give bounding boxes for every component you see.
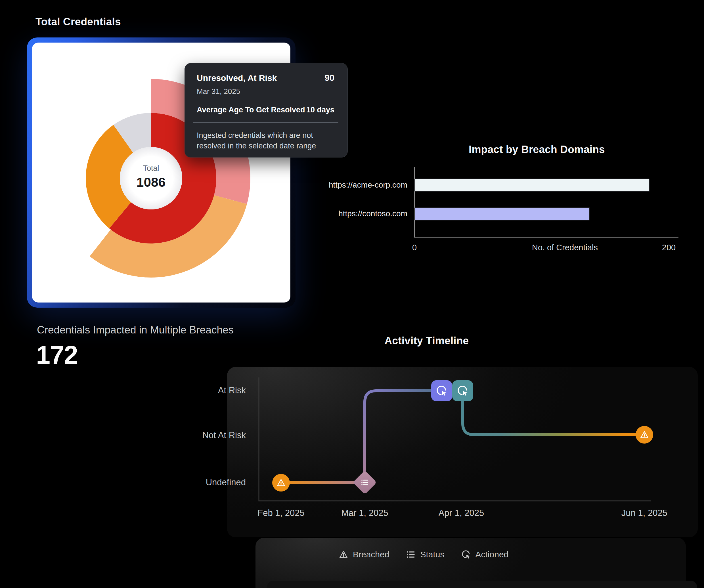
cursor-click-icon (461, 549, 471, 560)
legend-item-breached[interactable]: Breached (338, 549, 389, 560)
timeline-line-segment (365, 391, 376, 482)
multi-breach-kpi-title: Credentials Impacted in Multiple Breache… (37, 324, 234, 336)
timeline-markers (272, 380, 653, 494)
donut-center-label: Total (108, 164, 194, 173)
impact-y-axis (414, 167, 415, 238)
timeline-tick-label: Feb 1, 2025 (257, 508, 304, 518)
timeline-tick-label: Jun 1, 2025 (622, 508, 667, 518)
timeline-row-label: At Risk (183, 385, 246, 396)
legend-label: Status (420, 550, 444, 559)
timeline-actioned-marker[interactable] (431, 380, 452, 401)
tooltip-date: Mar 31, 2025 (197, 87, 335, 96)
list-icon (406, 549, 416, 560)
timeline-step-lines (281, 391, 644, 482)
impact-tick-0: 0 (412, 243, 417, 252)
legend-item-status[interactable]: Status (406, 549, 444, 560)
timeline-actioned-marker[interactable] (452, 380, 473, 401)
activity-timeline-title: Activity Timeline (385, 335, 469, 347)
list-icon (361, 479, 368, 485)
timeline-row-label: Undefined (183, 477, 246, 487)
tooltip-title: Unresolved, At Risk (197, 73, 277, 83)
impact-category-label: https://contoso.com (299, 209, 407, 218)
timeline-breached-marker[interactable] (272, 474, 290, 492)
tooltip-value: 90 (325, 73, 335, 83)
timeline-status-marker[interactable] (353, 470, 377, 495)
multi-breach-kpi-value: 172 (36, 340, 78, 370)
donut-center-total: Total 1086 (108, 164, 194, 190)
donut-tooltip: Unresolved, At Risk 90 Mar 31, 2025 Aver… (184, 63, 348, 157)
impact-x-axis (414, 237, 679, 238)
timeline-breached-marker[interactable] (636, 426, 653, 444)
timeline-tick-label: Apr 1, 2025 (438, 508, 484, 518)
timeline-row-label: Not At Risk (183, 430, 246, 441)
warning-icon (338, 549, 349, 560)
impact-bar-contoso[interactable] (414, 207, 590, 220)
impact-chart-title: Impact by Breach Domains (469, 144, 605, 155)
legend-item-actioned[interactable]: Actioned (461, 549, 509, 560)
stacked-panel-edge (267, 581, 697, 588)
tooltip-metric-label: Average Age To Get Resolved (197, 106, 305, 114)
impact-bar-acme-corp[interactable] (414, 179, 650, 192)
legend-label: Actioned (475, 550, 509, 559)
tooltip-description: Ingested credentials which are not resol… (197, 130, 330, 151)
timeline-line-segment (463, 391, 644, 435)
tooltip-metric-value: 10 days (306, 106, 335, 114)
donut-center-value: 1086 (108, 175, 194, 190)
total-credentials-title: Total Credentials (36, 16, 121, 28)
impact-x-axis-label: No. of Credentials (532, 243, 598, 252)
timeline-tick-label: Mar 1, 2025 (341, 508, 388, 518)
breach-dashboard: Total Credentials Total 1086 Unresolved,… (0, 0, 704, 588)
impact-category-label: https://acme-corp.com (299, 181, 407, 190)
legend-label: Breached (353, 550, 389, 559)
tooltip-divider (193, 122, 338, 123)
impact-tick-200: 200 (662, 243, 676, 252)
timeline-legend: Breached Status Actioned (338, 549, 509, 560)
